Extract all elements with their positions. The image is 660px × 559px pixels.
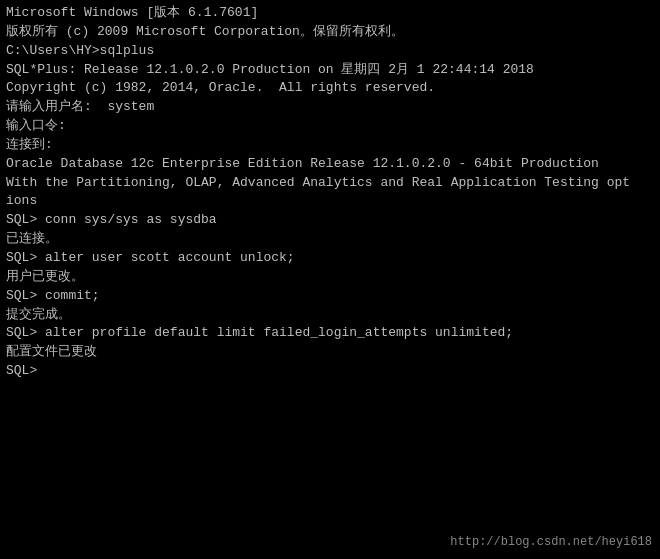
terminal-line-title: Microsoft Windows [版本 6.1.7601] bbox=[6, 4, 654, 23]
terminal-line-db-edition: Oracle Database 12c Enterprise Edition R… bbox=[6, 155, 654, 174]
terminal-line-prompt1: C:\Users\HY>sqlplus bbox=[6, 42, 654, 61]
terminal-window: Microsoft Windows [版本 6.1.7601]版权所有 (c) … bbox=[0, 0, 660, 559]
terminal-line-cmd-commit: SQL> commit; bbox=[6, 287, 654, 306]
terminal-line-sqlplus-version: SQL*Plus: Release 12.1.0.2.0 Production … bbox=[6, 61, 654, 80]
terminal-line-cmd-conn: SQL> conn sys/sys as sysdba bbox=[6, 211, 654, 230]
terminal-line-db-options2: ions bbox=[6, 192, 654, 211]
terminal-line-connected-label: 连接到: bbox=[6, 136, 654, 155]
terminal-line-prompt-username: 请输入用户名: system bbox=[6, 98, 654, 117]
watermark: http://blog.csdn.net/heyi618 bbox=[450, 534, 652, 551]
terminal-line-prompt-password: 输入口令: bbox=[6, 117, 654, 136]
terminal-line-copyright-ms: 版权所有 (c) 2009 Microsoft Corporation。保留所有… bbox=[6, 23, 654, 42]
terminal-line-connected2: 已连接。 bbox=[6, 230, 654, 249]
terminal-line-cmd-unlock: SQL> alter user scott account unlock; bbox=[6, 249, 654, 268]
terminal-line-cmd-profile: SQL> alter profile default limit failed_… bbox=[6, 324, 654, 343]
terminal-line-user-changed: 用户已更改。 bbox=[6, 268, 654, 287]
terminal-line-config-changed: 配置文件已更改 bbox=[6, 343, 654, 362]
terminal-line-copyright-oracle: Copyright (c) 1982, 2014, Oracle. All ri… bbox=[6, 79, 654, 98]
terminal-line-commit-done: 提交完成。 bbox=[6, 306, 654, 325]
terminal-line-db-options: With the Partitioning, OLAP, Advanced An… bbox=[6, 174, 654, 193]
terminal-line-prompt-final: SQL> bbox=[6, 362, 654, 381]
